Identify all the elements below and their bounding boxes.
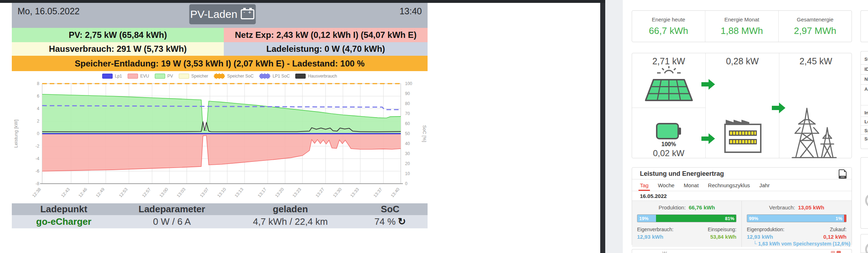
solarweb-window: Energie heute 66,7 kWh Energie Monat 1,8… bbox=[623, 0, 868, 253]
legend-item-speicher: Speicher bbox=[179, 74, 208, 79]
verbrauch-value: 13,05 kWh bbox=[798, 204, 824, 210]
arrow-pv-to-load-icon bbox=[701, 79, 716, 90]
consumption-progress-bar: 99%1% bbox=[747, 214, 847, 222]
production-value: 66,76 kWh bbox=[689, 204, 715, 210]
svg-text:60: 60 bbox=[405, 121, 410, 126]
verbrauch-label: Verbrauch: bbox=[769, 204, 795, 210]
gauge-icon bbox=[865, 242, 868, 253]
einspeisung-label: Einspeisung: bbox=[708, 227, 736, 232]
legend-item-evu: EVU bbox=[128, 74, 149, 79]
bar-segment-blue: 19% bbox=[637, 215, 656, 222]
window-divider bbox=[600, 0, 605, 253]
chargepoint-name: go-eCharger bbox=[12, 215, 116, 228]
panel-title: Leistung und Energieertrag bbox=[640, 170, 724, 178]
svg-text:13:27: 13:27 bbox=[315, 187, 325, 198]
csv-export-icon[interactable]: csv bbox=[839, 169, 847, 179]
energy-today-value: 66,7 kWh bbox=[649, 25, 688, 36]
tab-woche[interactable]: Woche bbox=[658, 179, 674, 191]
tab-tag[interactable]: Tag bbox=[640, 179, 648, 191]
bar-segment-blue: 99%1% bbox=[747, 215, 844, 222]
eigenverbrauch-value: 12,93 kWh bbox=[637, 234, 663, 240]
tab-jahr[interactable]: Jahr bbox=[759, 179, 770, 191]
system-info-row: Ins bbox=[864, 110, 868, 115]
row-divider bbox=[861, 84, 868, 85]
status-badge bbox=[831, 251, 835, 253]
svg-text:70: 70 bbox=[405, 111, 410, 116]
solar-panel-icon bbox=[642, 65, 696, 103]
svg-text:13:20: 13:20 bbox=[274, 187, 285, 198]
selected-date: 16.05.2022 bbox=[632, 191, 852, 201]
battery-power-label: 0,02 kW bbox=[632, 148, 705, 158]
battery-discharge-bar: Speicher-Entladung: 19 W (3,53 kWh I) (2… bbox=[12, 56, 428, 71]
period-tabs: TagWocheMonatRechnungszyklusJahr bbox=[632, 179, 852, 191]
gauge-icon bbox=[865, 193, 868, 208]
zukauf-label: Zukauf: bbox=[830, 227, 847, 232]
next-panel-partial: W bbox=[632, 249, 852, 253]
system-info-row: Sm bbox=[864, 136, 868, 142]
legend-item-pv: PV bbox=[155, 74, 173, 79]
status-badge bbox=[837, 251, 841, 253]
svg-text:12:46: 12:46 bbox=[78, 187, 88, 198]
production-progress-bar: 19%81% bbox=[637, 214, 736, 222]
row-divider bbox=[861, 64, 868, 65]
legend-swatch bbox=[155, 74, 165, 79]
svg-text:13:30: 13:30 bbox=[332, 187, 342, 198]
row-divider bbox=[861, 116, 868, 117]
house-consumption-bar: Hausverbrauch: 291 W (5,73 kWh) bbox=[12, 42, 224, 56]
table-row: go-eCharger 0 W / 6 A 4,7 kWh / 22,4 km … bbox=[12, 215, 428, 228]
pv-power-bar: PV: 2,75 kW (65,84 kWh) bbox=[12, 28, 224, 42]
arrow-battery-icon bbox=[701, 133, 716, 144]
system-info-card: StaIDNaAdInsLetSpSm bbox=[860, 51, 868, 149]
row-divider bbox=[861, 134, 868, 135]
legend-swatch bbox=[214, 73, 225, 79]
browser-margin bbox=[605, 0, 623, 253]
openwb-header: Mo, 16.05.2022 PV-Laden - + 13:40 bbox=[12, 3, 428, 28]
svg-text:Leistung [kW]: Leistung [kW] bbox=[13, 120, 19, 148]
svg-text:12:49: 12:49 bbox=[95, 187, 105, 198]
power-chart: Lp1EVUPVSpeicherSpeicher SoCLP1 SoCHausv… bbox=[12, 71, 428, 200]
consumption-stats: Verbrauch: 13,05 kWh 99%1% Eigenprodukti… bbox=[742, 201, 852, 247]
storage-battery-icon bbox=[656, 123, 682, 140]
energy-today-label: Energie heute bbox=[652, 16, 685, 23]
svg-text:13:17: 13:17 bbox=[257, 187, 267, 198]
system-info-row: Let bbox=[864, 119, 868, 124]
side-card-gauge2 bbox=[860, 234, 868, 253]
svg-text:13:33: 13:33 bbox=[349, 187, 360, 198]
svg-text:-6: -6 bbox=[35, 169, 39, 174]
date-label: Mo, 16.05.2022 bbox=[18, 6, 80, 16]
svg-text:13:23: 13:23 bbox=[291, 187, 302, 198]
arrow-load-to-grid-icon bbox=[772, 103, 786, 113]
svg-text:-4: -4 bbox=[35, 156, 39, 161]
battery-soc-label: 100% bbox=[632, 141, 705, 148]
grid-pylon-icon bbox=[790, 105, 838, 159]
svg-text:-8: -8 bbox=[35, 181, 39, 186]
chart-legend: Lp1EVUPVSpeicherSpeicher SoCLP1 SoCHausv… bbox=[12, 73, 428, 79]
bar-segment-green: 81% bbox=[656, 215, 736, 222]
svg-text:2: 2 bbox=[37, 119, 39, 124]
side-card-top bbox=[860, 10, 868, 42]
eigenproduktion-value: 12,93 kWh bbox=[747, 234, 773, 240]
tab-rechnungszyklus[interactable]: Rechnungszyklus bbox=[708, 179, 750, 191]
svg-text:20: 20 bbox=[405, 161, 410, 166]
tab-monat[interactable]: Monat bbox=[684, 179, 699, 191]
energy-month: Energie Monat 1,88 MWh bbox=[705, 11, 779, 42]
svg-text:50: 50 bbox=[405, 131, 410, 136]
energy-total: Gesamtenergie 2,97 MWh bbox=[779, 11, 852, 42]
svg-text:10: 10 bbox=[405, 171, 410, 176]
table-header-row: Ladepunkt Ladeparameter geladen SoC bbox=[12, 203, 428, 215]
flow-pv-power: 2,71 kW bbox=[632, 56, 705, 66]
energy-flow-card: 2,71 kW 0,28 kW 2,45 kW bbox=[632, 53, 852, 158]
clock-label: 13:40 bbox=[399, 6, 422, 16]
charged-amount: 4,7 kWh / 22,4 km bbox=[228, 215, 353, 228]
flow-load-power: 0,28 kW bbox=[706, 56, 779, 66]
energy-month-label: Energie Monat bbox=[724, 16, 759, 23]
storage-contribution-note: └ 1,63 kWh vom Speichersystem (12,6%) bbox=[753, 241, 850, 247]
house-load-icon bbox=[722, 117, 763, 154]
charge-params: 0 W / 6 A bbox=[116, 215, 228, 228]
battery-icon: - + bbox=[241, 9, 255, 19]
pv-laden-mode-button[interactable]: PV-Laden - + bbox=[189, 4, 256, 24]
energy-month-value: 1,88 MWh bbox=[721, 25, 763, 36]
production-label: Produktion: bbox=[659, 204, 686, 210]
svg-text:13:40: 13:40 bbox=[390, 187, 400, 198]
soc-refresh-icon[interactable]: ↻ bbox=[398, 217, 406, 227]
